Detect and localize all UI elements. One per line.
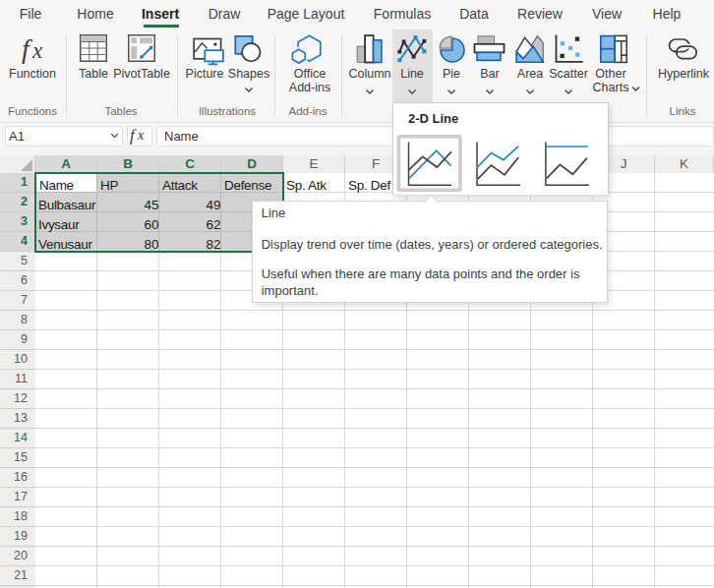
svg-text:f: f — [22, 33, 32, 64]
svg-text:x: x — [31, 38, 43, 63]
